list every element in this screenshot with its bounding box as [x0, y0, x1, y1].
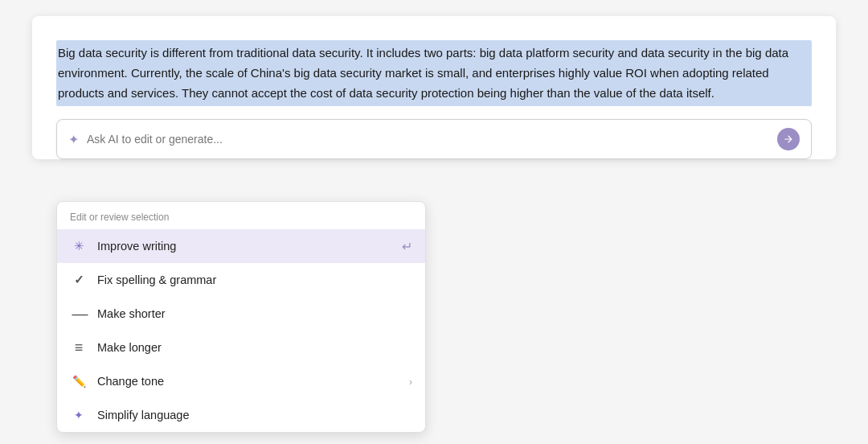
- selected-text: Big data security is different from trad…: [56, 40, 812, 106]
- dropdown-panel: Edit or review selection ✳ Improve writi…: [56, 201, 426, 433]
- checkmark-icon: ✓: [70, 271, 88, 289]
- make-shorter-label: Make shorter: [97, 307, 412, 320]
- menu-item-fix-spelling[interactable]: ✓ Fix spelling & grammar: [57, 263, 425, 297]
- improve-icon: ✳: [70, 237, 88, 255]
- ai-send-button[interactable]: [777, 128, 800, 150]
- menu-item-simplify-language[interactable]: ✦ Simplify language: [57, 398, 425, 432]
- menu-item-make-shorter[interactable]: — Make shorter: [57, 297, 425, 331]
- lines-icon: ≡: [70, 339, 88, 356]
- simplify-icon: ✦: [70, 406, 88, 424]
- send-icon: [783, 134, 794, 145]
- menu-item-make-longer[interactable]: ≡ Make longer: [57, 331, 425, 364]
- chevron-right-icon: ›: [409, 376, 412, 388]
- tone-icon: ✏️: [70, 372, 88, 390]
- fix-spelling-label: Fix spelling & grammar: [97, 273, 412, 286]
- main-container: Big data security is different from trad…: [32, 16, 836, 159]
- ai-input-field[interactable]: [87, 133, 777, 146]
- make-longer-label: Make longer: [97, 341, 412, 354]
- improve-writing-label: Improve writing: [97, 240, 402, 253]
- simplify-language-label: Simplify language: [97, 409, 412, 421]
- menu-item-change-tone[interactable]: ✏️ Change tone ›: [57, 364, 425, 398]
- ai-input-bar: ✦: [56, 119, 812, 159]
- minus-icon: —: [70, 305, 88, 323]
- dropdown-section-label: Edit or review selection: [57, 202, 425, 229]
- ai-sparkle-icon: ✦: [68, 132, 79, 147]
- change-tone-label: Change tone: [97, 375, 409, 388]
- return-icon: ↵: [402, 239, 412, 254]
- menu-item-improve-writing[interactable]: ✳ Improve writing ↵: [57, 229, 425, 263]
